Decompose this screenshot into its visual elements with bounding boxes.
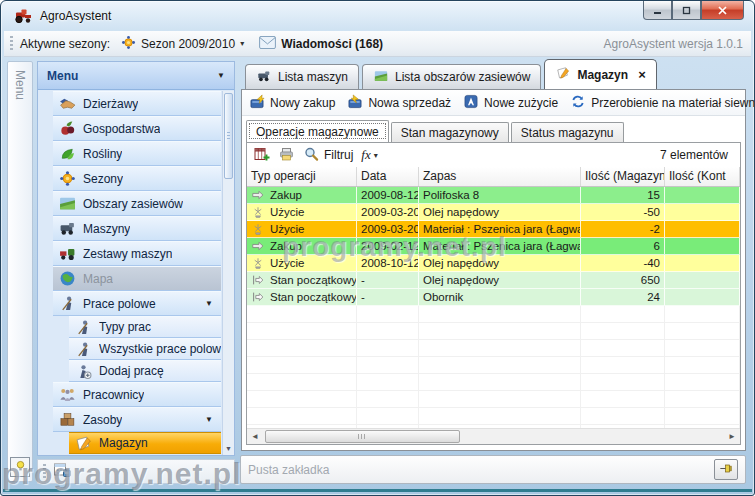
- print-button[interactable]: [278, 146, 295, 165]
- sidebar-item[interactable]: Magazyn ▼: [69, 432, 221, 454]
- action-button[interactable]: Przerobienie na materiał siewny: [570, 94, 755, 112]
- window-controls: [643, 1, 744, 20]
- sidebar-item[interactable]: Typy prac ▼: [69, 316, 221, 338]
- scroll-right-icon[interactable]: ►: [724, 429, 740, 444]
- document-tab[interactable]: Magazyn ×: [544, 59, 656, 89]
- cell-quantity: 15: [581, 187, 665, 203]
- cell-operation-type: Zakup: [247, 187, 357, 203]
- messages-label: Wiadomości (168): [281, 37, 383, 51]
- horizontal-scrollbar[interactable]: ◄ ►: [247, 428, 740, 444]
- tractor-set-icon: [59, 245, 76, 262]
- column-header[interactable]: Zapas: [419, 167, 581, 186]
- sidebar-item[interactable]: Zestawy maszyn ▼: [53, 241, 221, 266]
- action-button[interactable]: Nowa sprzedaż: [347, 94, 451, 112]
- maximize-button[interactable]: [672, 1, 701, 20]
- machine-icon: [59, 220, 76, 237]
- subtab[interactable]: Status magazynu: [511, 122, 624, 142]
- usage-row-icon: [251, 223, 267, 235]
- sidebar-item[interactable]: Gospodarstwa ▼: [53, 116, 221, 141]
- titlebar: AgroAsystent: [1, 1, 754, 31]
- fx-button[interactable]: fx ▾: [361, 147, 377, 163]
- strip-tool-button[interactable]: [10, 457, 30, 477]
- sidebar-item[interactable]: Mapa ▼: [53, 266, 221, 291]
- season-icon: [59, 170, 76, 187]
- table-row-empty: [247, 408, 740, 425]
- cell-stock: Olej napędowy: [419, 255, 581, 271]
- scrollbar-thumb[interactable]: [265, 430, 460, 443]
- action-button[interactable]: Nowy zakup: [249, 94, 335, 112]
- sale-icon: [347, 94, 363, 112]
- add-column-button[interactable]: [253, 146, 270, 165]
- sidebar-item[interactable]: Sezony ▼: [53, 166, 221, 191]
- sidebar-item[interactable]: Maszyny ▼: [53, 216, 221, 241]
- field-icon: [373, 69, 389, 86]
- table-row[interactable]: Stan początkowy - Olej napędowy 650: [247, 272, 740, 289]
- column-header[interactable]: Ilość (Magazyn): [581, 167, 665, 186]
- sidebar-item[interactable]: Pracownicy ▼: [53, 382, 221, 407]
- sidebar-item[interactable]: Zasoby ▼: [53, 407, 221, 432]
- season-selector[interactable]: Sezon 2009/2010 ▾: [117, 34, 248, 54]
- document-tab[interactable]: Lista maszyn: [245, 64, 359, 89]
- table-row-empty: [247, 391, 740, 408]
- table-row[interactable]: Użycie 2009-03-20 Materiał : Pszenica ja…: [247, 221, 740, 238]
- menu-strip-label: Menu: [13, 70, 27, 100]
- cell-quantity-2: [665, 289, 740, 305]
- cell-operation-type: Użycie: [247, 255, 357, 271]
- chevron-down-icon: ▼: [205, 299, 213, 308]
- subtab[interactable]: Stan magazynowy: [391, 122, 509, 142]
- cell-operation-type: Zakup: [247, 238, 357, 254]
- magnifier-icon: [303, 146, 320, 165]
- close-tab-icon[interactable]: ×: [638, 68, 646, 81]
- column-header[interactable]: Typ operacji: [247, 167, 357, 186]
- grid-panel: Filtruj fx ▾ 7 elementów Typ operacji Da…: [246, 142, 741, 445]
- document-tab[interactable]: Lista obszarów zasiewów: [362, 64, 541, 89]
- column-header[interactable]: Ilość (Kont: [665, 167, 740, 186]
- table-row-empty: [247, 357, 740, 374]
- add-work-icon: [75, 363, 92, 380]
- scroll-down-icon[interactable]: ▼: [223, 442, 234, 455]
- version-label: AgroAsystent wersja 1.0.1: [604, 37, 745, 51]
- table-row[interactable]: Zakup 2009-08-12 Polifoska 8 15: [247, 187, 740, 204]
- pin-button[interactable]: [714, 459, 738, 480]
- sidebar-item[interactable]: Obszary zasiewów ▼: [53, 191, 221, 216]
- calendar-button[interactable]: [53, 462, 71, 481]
- document-tabs: Lista maszyn Lista obszarów zasiewów Mag…: [241, 59, 746, 89]
- table-body: Zakup 2009-08-12 Polifoska 8 15 Użycie 2…: [247, 187, 740, 428]
- menu-header[interactable]: Menu ▼: [38, 62, 234, 90]
- table-row[interactable]: Stan początkowy - Obornik 24: [247, 289, 740, 306]
- table-row[interactable]: Użycie 2009-03-20 Olej napędowy -50: [247, 204, 740, 221]
- minimize-button[interactable]: [643, 1, 672, 20]
- cell-stock: Materiał : Pszenica jara (Łagwa): [419, 221, 581, 237]
- cell-quantity: -50: [581, 204, 665, 220]
- usage-row-icon: [251, 206, 267, 218]
- warehouse-icon: [555, 66, 571, 83]
- cell-quantity-2: [665, 238, 740, 254]
- sidebar-item[interactable]: Rośliny ▼: [53, 141, 221, 166]
- fruits-icon: [59, 120, 76, 137]
- menu-scrollbar[interactable]: ▼: [222, 91, 234, 455]
- cell-date: 2009-03-20: [357, 221, 419, 237]
- sidebar-item[interactable]: Dodaj pracę ▼: [69, 360, 221, 382]
- menu-items: Dzierżawy ▼ Gospodarstwa ▼ Rośliny ▼ Sez…: [53, 91, 221, 454]
- scrollbar-thumb[interactable]: [224, 93, 233, 179]
- sidebar-item[interactable]: Dzierżawy ▼: [53, 91, 221, 116]
- filter-button[interactable]: Filtruj: [303, 146, 353, 165]
- pin-icon: [719, 462, 733, 478]
- subtab[interactable]: Operacje magazynowe: [246, 120, 389, 142]
- bulb-icon: [14, 459, 27, 475]
- menu-strip[interactable]: Menu: [7, 61, 33, 482]
- sidebar-item[interactable]: Prace polowe ▼: [53, 291, 221, 316]
- sidebar-item[interactable]: Wszystkie prace polowe ▼: [69, 338, 221, 360]
- cell-stock: Olej napędowy: [419, 272, 581, 288]
- action-button[interactable]: Nowe zużycie: [463, 94, 558, 112]
- table-row[interactable]: Zakup 2009-02-12 Materiał : Pszenica jar…: [247, 238, 740, 255]
- column-header[interactable]: Data: [357, 167, 419, 186]
- table-row[interactable]: Użycie 2008-10-12 Olej napędowy -40: [247, 255, 740, 272]
- close-button[interactable]: [701, 1, 744, 20]
- top-toolbar: Aktywne sezony: Sezon 2009/2010 ▾ Wiadom…: [4, 31, 751, 57]
- tractor-icon: [13, 8, 33, 24]
- cell-quantity: 650: [581, 272, 665, 288]
- cell-quantity-2: [665, 272, 740, 288]
- scroll-left-icon[interactable]: ◄: [247, 429, 263, 444]
- messages-button[interactable]: Wiadomości (168): [255, 34, 387, 54]
